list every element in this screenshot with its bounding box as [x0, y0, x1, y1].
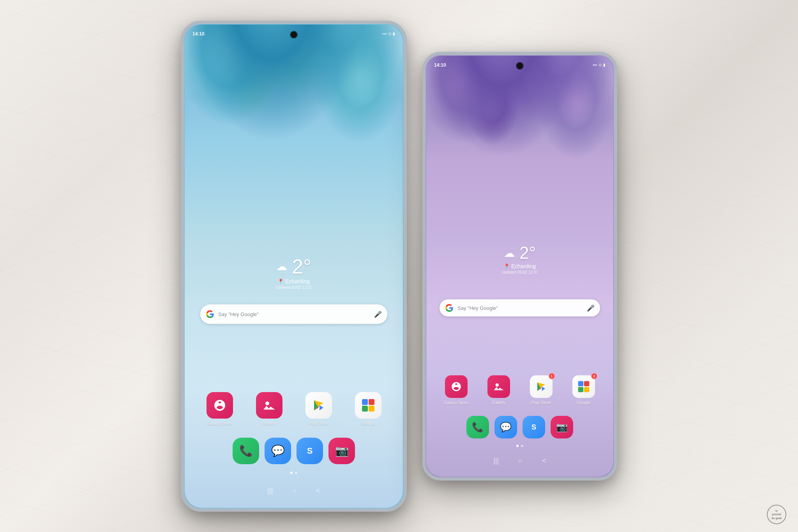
- app-label-gallery-small: Gallery: [492, 400, 505, 405]
- weather-temp-small: 2°: [519, 244, 536, 262]
- signal-icon-large: ▪▪▪: [382, 32, 387, 36]
- dock-camera-small[interactable]: 📷: [551, 416, 573, 438]
- app-item-play-store-small[interactable]: 1 Play Store: [521, 375, 561, 405]
- nav-back-small[interactable]: <: [542, 457, 546, 465]
- wifi-icon-small: ⊙: [598, 63, 602, 67]
- app-label-galaxy-store-large: Galaxy Store: [207, 421, 232, 426]
- watermark-circle: lejournaldu geek: [767, 505, 786, 524]
- watermark-text: lejournaldu geek: [770, 508, 783, 521]
- internet-icon-large: S: [307, 446, 313, 456]
- dock-small: 📞 💬 S 📷: [426, 416, 613, 438]
- dock-internet-large[interactable]: S: [297, 438, 323, 464]
- phones-wrapper: 14:10 ▪▪▪ ⊙ ▮ ☁ 2° 📍 Echarding Updated 0…: [31, 12, 767, 520]
- app-item-gallery-large[interactable]: Gallery: [246, 392, 292, 426]
- app-item-gallery-small[interactable]: Gallery: [479, 375, 518, 405]
- app-item-galaxy-store-large[interactable]: Galaxy Store: [196, 392, 243, 426]
- battery-icon-small: ▮: [603, 63, 606, 67]
- app-icon-google-small: 3: [572, 375, 595, 398]
- nav-back-large[interactable]: <: [316, 487, 320, 495]
- svg-rect-9: [578, 387, 583, 392]
- location-pin-small: 📍: [504, 263, 510, 269]
- weather-updated-large: Updated 05/02 12:32: [275, 285, 312, 289]
- weather-cloud-large: ☁: [276, 260, 287, 273]
- watermark: lejournaldu geek: [767, 505, 786, 524]
- search-bar-large[interactable]: Say "Hey Google" 🎤: [200, 304, 387, 324]
- dock-phone-large[interactable]: 📞: [233, 438, 259, 464]
- play-store-svg-large: [311, 398, 326, 413]
- phone-icon-small: 📞: [472, 422, 484, 433]
- gallery-svg-large: [262, 398, 277, 413]
- app-item-google-large[interactable]: Google: [345, 392, 391, 426]
- dot-1-small: [516, 445, 519, 447]
- weather-location-large: 📍 Echarding: [275, 278, 312, 284]
- weather-cloud-small: ☁: [504, 246, 515, 259]
- app-grid-small: Galaxy Store Gallery: [436, 375, 603, 405]
- app-label-galaxy-store-small: Galaxy Store: [444, 400, 469, 405]
- camera-icon-large: 📷: [335, 444, 349, 457]
- galaxy-store-svg-small: [450, 380, 463, 393]
- galaxy-store-svg-large: [212, 398, 227, 413]
- dock-camera-large[interactable]: 📷: [328, 438, 355, 464]
- phone-large-screen: 14:10 ▪▪▪ ⊙ ▮ ☁ 2° 📍 Echarding Updated 0…: [185, 25, 403, 508]
- dock-phone-small[interactable]: 📞: [466, 416, 489, 438]
- svg-rect-3: [369, 399, 374, 405]
- app-icon-galaxy-store-large: [207, 392, 233, 419]
- app-label-google-small: Google: [577, 400, 590, 405]
- nav-bar-large: ||| ○ <: [185, 487, 403, 498]
- svg-rect-8: [584, 381, 589, 386]
- app-grid-large: Galaxy Store Gallery: [196, 392, 391, 426]
- svg-rect-7: [578, 381, 583, 386]
- nav-bar-small: ||| ○ <: [426, 457, 613, 468]
- app-icon-play-store-large: [305, 392, 332, 419]
- play-store-svg-small: [535, 380, 547, 393]
- dock-internet-small[interactable]: S: [523, 416, 545, 438]
- phone-large: 14:10 ▪▪▪ ⊙ ▮ ☁ 2° 📍 Echarding Updated 0…: [181, 21, 407, 512]
- svg-rect-5: [369, 406, 374, 412]
- nav-recents-small[interactable]: |||: [493, 457, 499, 465]
- weather-widget-large: ☁ 2° 📍 Echarding Updated 05/02 12:32: [275, 256, 312, 289]
- google-svg-large: [361, 398, 375, 412]
- status-time-large: 14:10: [192, 31, 205, 37]
- messages-icon-small: 💬: [500, 422, 512, 433]
- app-item-play-store-large[interactable]: Play Store: [295, 392, 342, 426]
- weather-temp-large: 2°: [292, 256, 311, 276]
- google-g-icon-small: [445, 304, 454, 312]
- weather-updated-small: Updated 05/02 12:47: [501, 270, 538, 274]
- svg-rect-4: [362, 406, 368, 412]
- foliage-large: [185, 25, 403, 276]
- nav-home-large[interactable]: ○: [292, 487, 297, 495]
- status-time-small: 14:10: [434, 62, 446, 68]
- phone-small-screen: 14:10 ▪▪▪ ⊙ ▮ ☁ 2° 📍 Echarding Updated 0…: [426, 56, 613, 477]
- search-text-large: Say "Hey Google": [218, 311, 374, 317]
- phone-small: 14:10 ▪▪▪ ⊙ ▮ ☁ 2° 📍 Echarding Updated 0…: [422, 52, 617, 481]
- svg-rect-2: [362, 399, 368, 405]
- google-g-icon-large: [206, 310, 214, 318]
- mic-icon-small: 🎤: [587, 304, 595, 312]
- camera-hole-large: [291, 32, 297, 38]
- nav-home-small[interactable]: ○: [518, 457, 523, 465]
- page-dots-large: [185, 472, 403, 474]
- search-bar-small[interactable]: Say "Hey Google" 🎤: [440, 299, 600, 316]
- app-item-galaxy-store-small[interactable]: Galaxy Store: [436, 375, 476, 405]
- dot-2-small: [521, 445, 523, 447]
- app-item-google-small[interactable]: 3 Google: [564, 375, 603, 405]
- status-icons-large: ▪▪▪ ⊙ ▮: [382, 32, 395, 36]
- dock-messages-small[interactable]: 💬: [494, 416, 517, 438]
- wifi-icon-large: ⊙: [388, 32, 391, 36]
- app-icon-google-large: [355, 392, 381, 419]
- badge-google-small: 3: [591, 373, 597, 379]
- weather-location-small: 📍 Echarding: [501, 263, 538, 269]
- dock-messages-large[interactable]: 💬: [265, 438, 291, 464]
- app-label-play-store-large: Play Store: [309, 421, 328, 426]
- app-icon-galaxy-store-small: [445, 375, 468, 398]
- status-icons-small: ▪▪▪ ⊙ ▮: [593, 63, 606, 67]
- camera-icon-small: 📷: [556, 422, 568, 433]
- signal-icon-small: ▪▪▪: [593, 63, 597, 67]
- camera-hole-small: [517, 63, 523, 69]
- nav-recents-large[interactable]: |||: [267, 487, 273, 495]
- location-name-large: Echarding: [285, 278, 310, 284]
- dock-large: 📞 💬 S 📷: [185, 438, 403, 464]
- location-pin-large: 📍: [278, 278, 284, 284]
- google-svg-small: [577, 380, 590, 393]
- svg-point-1: [265, 401, 269, 405]
